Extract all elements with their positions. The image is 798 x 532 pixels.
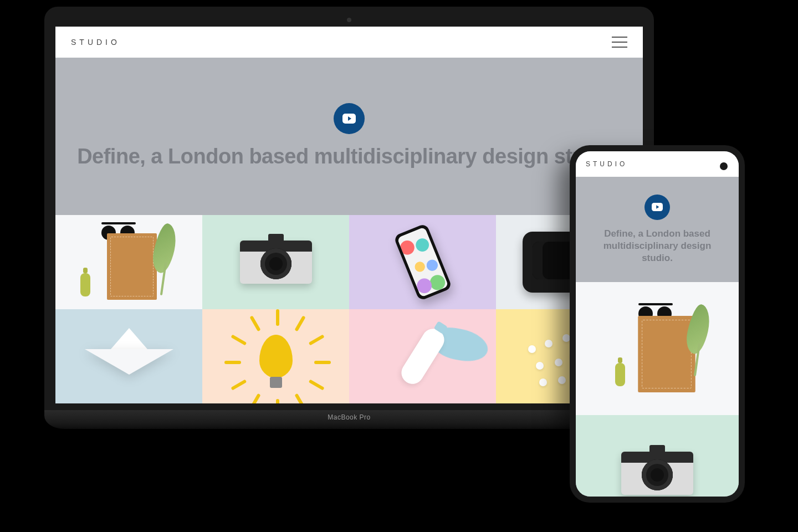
portfolio-tile-bulb[interactable] [202,309,349,403]
mobile-hero-section: Define, a London based multidisciplinary… [576,177,739,282]
mobile-hero-headline: Define, a London based multidisciplinary… [587,228,728,264]
laptop-camera [347,18,351,22]
hamburger-menu-button[interactable] [612,37,627,48]
mobile-tile-flatlay[interactable] [576,282,739,415]
laptop-screen: STUDIO Define, a London based multidisci… [55,27,643,403]
mobile-hero-play-button[interactable] [644,195,670,220]
laptop-lid: STUDIO Define, a London based multidisci… [44,7,654,410]
portfolio-tile-boat[interactable] [55,309,202,403]
phone-screen: STUDIO Define, a London based multidisci… [576,151,739,497]
hero-headline: Define, a London based multidisciplinary… [77,144,621,170]
paint-tube-icon [412,326,434,387]
hero-section: Define, a London based multidisciplinary… [55,58,643,215]
portfolio-tile-flatlay[interactable] [55,215,202,309]
device-label: MacBook Pro [328,413,371,421]
mobile-portfolio-grid [576,282,739,497]
brand-logo[interactable]: STUDIO [71,38,120,47]
hero-play-button[interactable] [334,103,365,134]
mobile-site-header: STUDIO [576,151,739,177]
portfolio-grid [55,215,643,403]
mobile-brand-logo[interactable]: STUDIO [586,160,627,168]
phone-mockup: STUDIO Define, a London based multidisci… [570,145,745,503]
paper-boat-icon [82,331,176,381]
site-header: STUDIO [55,27,643,58]
mobile-tile-camera[interactable] [576,415,739,497]
laptop-base: MacBook Pro [44,410,654,429]
portfolio-tile-tube[interactable] [349,309,496,403]
portfolio-tile-phone[interactable] [349,215,496,309]
lemon-bulb-icon [259,335,293,378]
play-icon [342,114,356,124]
smartphone-icon [393,223,452,301]
camera-icon [621,452,693,495]
camera-icon [240,241,312,284]
play-icon [652,203,663,211]
phone-camera-hole [720,162,728,170]
laptop-mockup: STUDIO Define, a London based multidisci… [44,7,654,429]
portfolio-tile-camera[interactable] [202,215,349,309]
